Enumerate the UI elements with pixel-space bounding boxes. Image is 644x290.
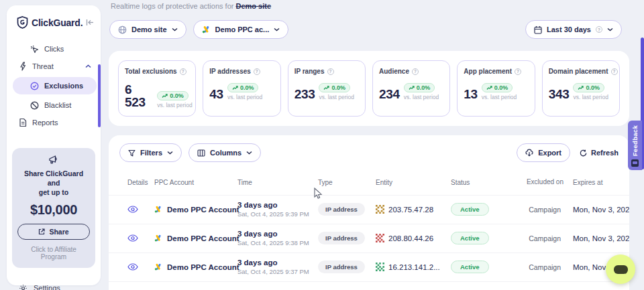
time-absolute: Sat, Oct 4, 2025 9:39 PM (237, 210, 318, 218)
table-row[interactable]: Demo PPC Account 3 days ago Sat, Oct 4, … (109, 195, 629, 224)
ip-identicon (376, 205, 384, 214)
table-toolbar: Filters Columns Export (109, 135, 629, 169)
sidebar: ClickGuard. Clicks Threat Exclusions (7, 5, 101, 285)
filters-dropdown[interactable]: Filters (119, 143, 182, 162)
export-button[interactable]: Export (517, 143, 570, 162)
columns-dropdown[interactable]: Columns (189, 143, 261, 162)
trend-badge: 0.0% (573, 83, 604, 92)
affiliate-promo-card[interactable]: Share ClickGuard and get up to $10,000 S… (12, 148, 95, 268)
sidebar-item-reports[interactable]: Reports (7, 115, 101, 131)
excluded-on-value: Campaign (513, 206, 564, 214)
logo: ClickGuard. (7, 5, 101, 29)
details-eye-icon[interactable] (119, 234, 154, 242)
stat-label: Total exclusions (125, 68, 177, 75)
chat-launcher-button[interactable] (606, 255, 635, 284)
google-ads-icon (202, 25, 211, 33)
column-header-account[interactable]: PPC Account (154, 179, 237, 186)
feedback-widget-icon (631, 159, 639, 167)
ip-identicon (376, 263, 384, 271)
filter-row: Demo site Demo PPC ac... (109, 20, 288, 39)
time-relative: 3 days ago (237, 201, 318, 209)
help-icon[interactable] (327, 68, 334, 75)
ppc-account-name: Demo PPC Account (167, 263, 239, 271)
stat-label: Domain placement (549, 68, 608, 75)
click-cursor-icon (30, 45, 39, 54)
filters-label: Filters (140, 149, 162, 157)
sidebar-item-clicks[interactable]: Clicks (7, 41, 101, 57)
chevron-up-icon[interactable] (85, 64, 91, 68)
help-icon[interactable] (254, 68, 260, 75)
status-badge: Active (451, 261, 489, 273)
google-ads-icon (154, 206, 162, 213)
stat-card-ip-ranges: IP ranges 233 0.0% vs. last period (288, 60, 366, 117)
status-badge: Active (451, 232, 489, 244)
google-ads-icon (154, 263, 162, 271)
share-button[interactable]: Share (17, 224, 90, 240)
chat-bubble-icon (614, 265, 628, 274)
stat-sub-label: vs. last period (573, 94, 608, 100)
trend-badge: 0.0% (404, 83, 435, 92)
stat-card-app-placement: App placement 13 0.0% vs. last period (457, 60, 535, 117)
sidebar-collapse-icon[interactable] (86, 19, 94, 26)
lightning-icon (19, 62, 27, 71)
sidebar-scroll-indicator[interactable] (98, 64, 101, 127)
sidebar-item-blacklist[interactable]: Blacklist (7, 97, 101, 113)
sidebar-item-label: Threat (32, 62, 54, 70)
sidebar-item-settings[interactable]: Settings (7, 284, 101, 290)
stats-panel: Total exclusions 6 523 0.0% vs. last per… (109, 51, 629, 126)
columns-label: Columns (210, 149, 241, 157)
status-badge: Active (451, 203, 489, 216)
site-filter-dropdown[interactable]: Demo site (109, 20, 186, 39)
column-header-excluded-on[interactable]: Excluded on (513, 178, 564, 187)
trend-badge: 0.0% (482, 83, 513, 92)
sidebar-item-exclusions[interactable]: Exclusions (13, 77, 97, 94)
table-row[interactable]: Demo PPC Account 3 days ago Sat, Oct 4, … (109, 224, 629, 252)
help-icon (596, 26, 602, 33)
help-icon[interactable] (180, 68, 186, 75)
table-row[interactable]: Demo PPC Account 3 days ago Sat, Oct 4, … (109, 252, 629, 281)
document-icon (19, 118, 27, 127)
help-icon[interactable] (412, 68, 419, 75)
page-subtitle: Realtime logs of protective actions for … (111, 2, 271, 10)
stat-label: IP addresses (209, 68, 251, 75)
sidebar-item-threat[interactable]: Threat (7, 58, 101, 74)
time-absolute: Sat, Oct 4, 2025 9:38 PM (237, 239, 318, 246)
details-eye-icon[interactable] (119, 263, 154, 271)
google-ads-icon (154, 234, 162, 242)
excluded-on-value: Campaign (513, 234, 564, 242)
column-header-details[interactable]: Details (119, 179, 154, 186)
trend-badge: 0.0% (227, 83, 259, 92)
stat-sub-label: vs. last period (227, 94, 262, 100)
column-header-status[interactable]: Status (451, 179, 513, 186)
logo-text: ClickGuard. (32, 17, 83, 28)
time-relative: 3 days ago (237, 230, 318, 238)
settings-label: Settings (34, 284, 60, 290)
stat-label: App placement (464, 68, 512, 75)
type-badge: IP address (318, 203, 365, 216)
logs-table-panel: Filters Columns Export (109, 135, 629, 290)
refresh-label: Refresh (591, 149, 619, 157)
column-header-entity[interactable]: Entity (376, 179, 451, 186)
check-circle-icon (30, 82, 39, 90)
refresh-button[interactable]: Refresh (580, 149, 619, 157)
chevron-down-icon (246, 151, 252, 155)
time-absolute: Sat, Oct 4, 2025 9:37 PM (237, 268, 318, 275)
stat-value: 234 (379, 88, 400, 100)
stat-sub-label: vs. last period (404, 94, 439, 100)
help-icon[interactable] (515, 68, 521, 75)
column-header-time[interactable]: Time (237, 179, 318, 186)
stat-value: 343 (549, 88, 570, 100)
ppc-account-filter-dropdown[interactable]: Demo PPC ac... (193, 20, 289, 39)
stat-card-total-exclusions: Total exclusions 6 523 0.0% vs. last per… (118, 60, 196, 117)
stat-value: 6 523 (125, 83, 153, 108)
table-row[interactable]: 3 days ago (109, 281, 629, 290)
feedback-tab[interactable]: Feedback (628, 121, 642, 170)
entity-value: 203.75.47.28 (388, 206, 433, 214)
details-eye-icon[interactable] (119, 206, 154, 213)
date-range-dropdown[interactable]: Last 30 days (525, 20, 622, 39)
date-range-label: Last 30 days (547, 25, 591, 33)
help-icon[interactable] (611, 68, 618, 75)
column-header-expires-at[interactable]: Expires at (564, 179, 619, 186)
calendar-icon (534, 25, 542, 34)
column-header-type[interactable]: Type (318, 179, 376, 186)
